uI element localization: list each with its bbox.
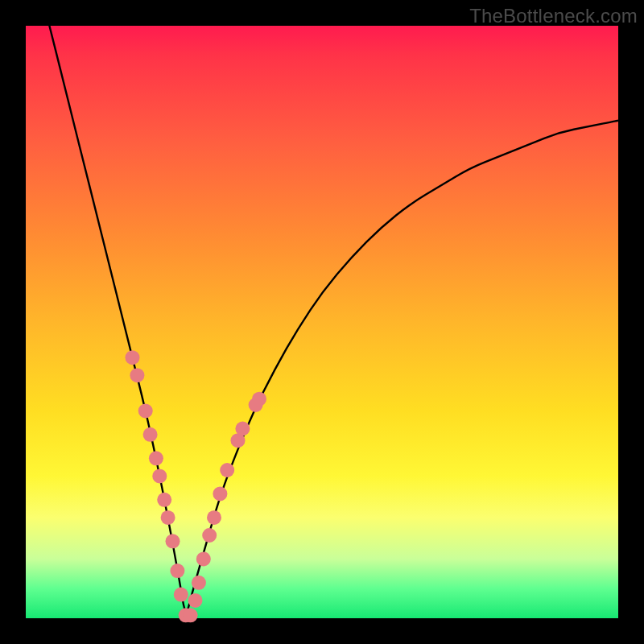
curve-marker (235, 422, 250, 436)
curve-marker (170, 564, 184, 578)
curve-marker (174, 588, 188, 602)
curve-marker (143, 427, 158, 442)
curve-marker (152, 469, 167, 483)
curve-marker (202, 528, 217, 543)
curve-markers (0, 0, 644, 644)
curve-marker (220, 463, 234, 477)
curve-marker (166, 534, 180, 548)
watermark-text: TheBottleneck.com (469, 5, 638, 27)
curve-marker (161, 510, 175, 525)
curve-marker (188, 593, 203, 608)
curve-marker (184, 608, 198, 622)
curve-marker (252, 392, 266, 407)
curve-marker (196, 551, 211, 566)
curve-marker (126, 350, 140, 365)
curve-marker (149, 451, 163, 465)
curve-marker (207, 510, 221, 525)
curve-marker (130, 368, 144, 382)
curve-marker (213, 486, 227, 501)
curve-marker (138, 403, 153, 418)
curve-marker (192, 576, 206, 590)
curve-marker (157, 493, 171, 507)
